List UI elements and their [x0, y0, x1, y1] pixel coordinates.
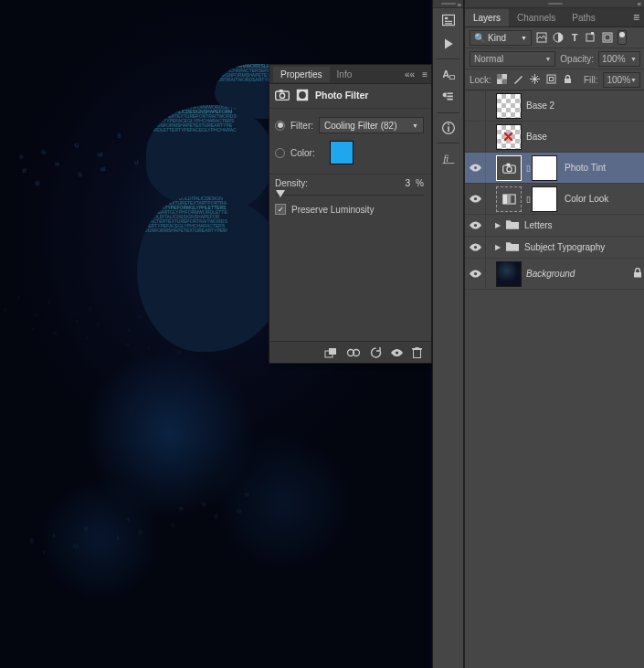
filter-type-icon[interactable]: T	[569, 32, 580, 43]
filter-smart-icon[interactable]	[602, 32, 613, 43]
radio-filter[interactable]	[275, 121, 285, 131]
lock-artboard-icon[interactable]	[546, 74, 556, 86]
blend-mode-dropdown[interactable]: Normal▼	[470, 51, 555, 67]
filter-pixel-icon[interactable]	[536, 32, 547, 43]
filter-adjust-icon[interactable]	[553, 32, 564, 43]
svg-rect-20	[448, 126, 449, 132]
svg-point-44	[473, 246, 476, 249]
visibility-toggle[interactable]	[465, 237, 486, 258]
svg-rect-38	[506, 163, 510, 165]
panel-menu-icon[interactable]: ≡	[418, 69, 431, 80]
filter-shape-icon[interactable]	[586, 32, 596, 43]
lock-icon[interactable]	[630, 268, 644, 280]
layer-name[interactable]: Color Look	[563, 194, 644, 204]
lock-all-icon[interactable]	[563, 74, 573, 86]
layer-name[interactable]: Base	[524, 132, 644, 142]
glyphs-panel-icon[interactable]: fi	[433, 146, 463, 170]
tab-channels[interactable]: Channels	[509, 9, 564, 27]
layer-color-look[interactable]: ▯ Color Look	[465, 184, 644, 215]
svg-point-43	[473, 224, 476, 227]
layer-thumbnail[interactable]	[496, 124, 522, 150]
expand-arrow-icon[interactable]: ▶	[493, 243, 502, 251]
layer-thumbnail[interactable]	[496, 261, 522, 287]
svg-rect-14	[445, 17, 448, 19]
svg-text:A: A	[442, 69, 449, 80]
layer-name[interactable]: Background	[524, 269, 630, 279]
svg-rect-16	[445, 23, 452, 24]
lock-label: Lock:	[470, 75, 491, 85]
character-panel-icon[interactable]: A	[433, 62, 463, 86]
tab-properties[interactable]: Properties	[273, 67, 330, 82]
visibility-toggle[interactable]	[465, 215, 486, 236]
svg-rect-34	[565, 79, 571, 83]
filter-dropdown[interactable]: Cooling Filter (82)▼	[319, 117, 424, 133]
mask-thumbnail[interactable]	[532, 186, 557, 212]
toggle-visibility-icon[interactable]	[391, 348, 403, 357]
tab-info[interactable]: Info	[330, 67, 360, 82]
visibility-toggle[interactable]	[465, 122, 486, 152]
adjustment-camera-icon	[275, 89, 290, 101]
layer-thumbnail[interactable]	[496, 93, 522, 119]
adjustment-thumbnail[interactable]	[496, 186, 522, 212]
mask-icon	[295, 89, 310, 101]
panel-grip[interactable]: «	[465, 0, 644, 8]
svg-point-1	[280, 93, 284, 98]
svg-point-45	[473, 272, 476, 275]
filter-kind-dropdown[interactable]: 🔍 Kind ▼	[470, 30, 532, 46]
radio-color[interactable]	[275, 148, 285, 158]
visibility-toggle[interactable]	[465, 184, 486, 214]
svg-text:fi: fi	[443, 154, 449, 164]
adjustment-thumbnail[interactable]	[496, 155, 522, 181]
layers-menu-icon[interactable]: ≡	[628, 11, 644, 24]
layer-name[interactable]: Photo Tint	[563, 163, 644, 173]
svg-rect-46	[634, 272, 641, 278]
layer-group-letters[interactable]: ▶ Letters	[465, 215, 644, 237]
layer-photo-tint[interactable]: ▯ Photo Tint	[465, 153, 644, 184]
strip-grip[interactable]: »	[433, 0, 463, 8]
clip-to-layer-icon[interactable]	[324, 347, 337, 358]
history-panel-icon[interactable]	[433, 8, 463, 32]
fill-input[interactable]: 100%▼	[603, 72, 640, 88]
color-swatch[interactable]	[330, 141, 354, 164]
svg-rect-28	[605, 35, 610, 40]
layer-background[interactable]: Background	[465, 259, 644, 290]
opacity-input[interactable]: 100%▼	[598, 51, 640, 67]
svg-point-4	[299, 91, 306, 99]
actions-panel-icon[interactable]	[433, 32, 463, 56]
svg-rect-2	[280, 90, 283, 92]
density-value[interactable]: 3	[385, 178, 410, 188]
link-icon[interactable]: ▯	[524, 164, 532, 173]
filter-toggle[interactable]	[618, 30, 627, 45]
layer-name[interactable]: Base 2	[524, 101, 644, 111]
visibility-toggle[interactable]	[465, 153, 486, 183]
density-slider[interactable]	[275, 189, 424, 200]
lock-position-icon[interactable]	[530, 74, 540, 86]
layer-base[interactable]: Base	[465, 122, 644, 153]
layer-name[interactable]: Letters	[523, 220, 644, 230]
tab-layers[interactable]: Layers	[465, 9, 509, 27]
expand-arrow-icon[interactable]: ▶	[493, 221, 502, 229]
layer-base-2[interactable]: Base 2	[465, 90, 644, 122]
visibility-toggle[interactable]	[465, 90, 486, 121]
link-icon[interactable]: ▯	[524, 195, 532, 204]
collapse-icon[interactable]: ««	[401, 69, 418, 80]
svg-rect-10	[414, 349, 421, 357]
layer-name[interactable]: Subject Typography	[523, 242, 644, 252]
lock-pixels-icon[interactable]	[513, 74, 523, 86]
layer-group-subject-typography[interactable]: ▶ Subject Typography	[465, 237, 644, 259]
tab-paths[interactable]: Paths	[564, 9, 604, 27]
preserve-luminosity-checkbox[interactable]: ✓	[275, 204, 286, 215]
layers-panel: « Layers Channels Paths ≡ 🔍 Kind ▼ T Nor…	[464, 0, 644, 668]
svg-rect-6	[329, 348, 336, 355]
view-previous-icon[interactable]	[346, 348, 361, 357]
visibility-toggle[interactable]	[465, 259, 486, 289]
paragraph-panel-icon[interactable]	[433, 86, 463, 110]
svg-rect-18	[449, 76, 454, 80]
info-panel-icon[interactable]	[433, 116, 463, 140]
reset-icon[interactable]	[370, 347, 382, 358]
delete-icon[interactable]	[412, 347, 422, 358]
lock-transparent-icon[interactable]	[497, 74, 507, 86]
mask-thumbnail[interactable]	[532, 155, 557, 181]
svg-point-35	[473, 166, 476, 169]
opacity-label: Opacity:	[560, 54, 594, 64]
